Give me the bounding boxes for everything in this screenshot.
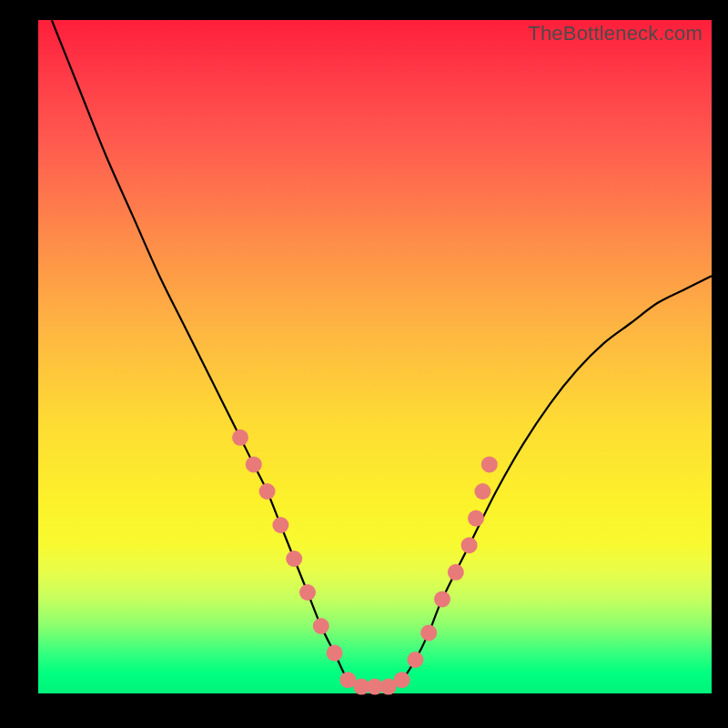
data-marker [468,511,484,527]
data-marker [448,564,464,581]
plot-area: TheBottleneck.com [38,20,712,693]
data-marker [394,672,410,688]
data-marker [313,618,329,634]
data-marker [259,483,276,500]
data-marker [299,584,316,601]
data-marker [327,645,343,662]
data-marker [474,483,490,500]
data-marker [481,456,498,472]
data-marker [461,537,478,553]
data-marker [434,591,450,607]
data-marker [246,456,262,472]
chart-frame: TheBottleneck.com [0,0,728,728]
data-marker [407,652,423,668]
bottleneck-curve [52,20,712,687]
chart-svg [38,20,712,693]
data-marker [286,551,302,567]
marker-group [232,430,498,695]
data-marker [272,517,288,533]
data-marker [420,624,437,641]
data-marker [232,430,248,446]
